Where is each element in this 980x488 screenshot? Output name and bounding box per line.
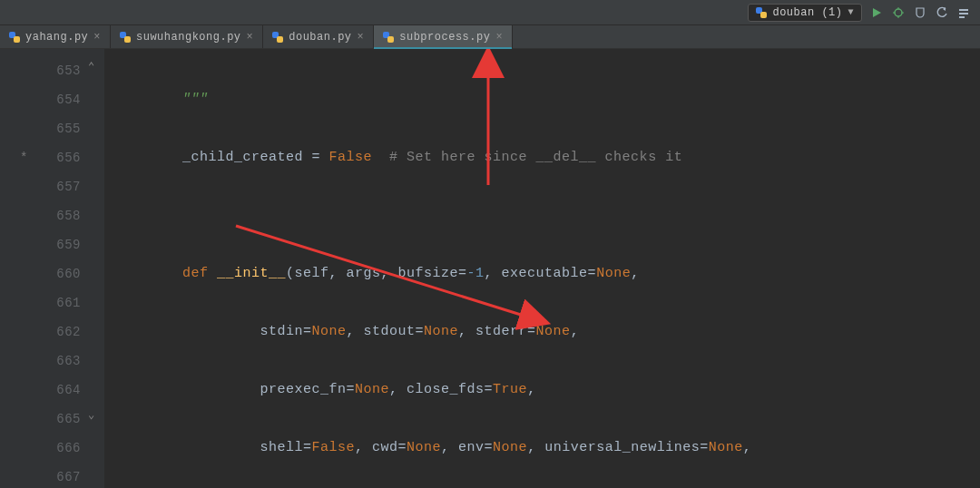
code-area[interactable]: """ _child_created = False # Set here si… bbox=[104, 49, 980, 488]
tab-bar: yahang.py × suwuhangkong.py × douban.py … bbox=[0, 25, 980, 49]
tab-label: douban.py bbox=[289, 31, 351, 44]
svg-rect-8 bbox=[959, 13, 968, 15]
close-icon[interactable]: × bbox=[247, 31, 254, 44]
fold-column: ⌃ ⌄ bbox=[86, 49, 104, 488]
tab-suwuhangkong[interactable]: suwuhangkong.py × bbox=[111, 25, 263, 48]
line-number-gutter: 653 654 655 656 657 658 659 660 661 662 … bbox=[0, 49, 86, 488]
line-number: 666 bbox=[0, 434, 81, 463]
python-icon bbox=[120, 32, 131, 43]
tab-subprocess[interactable]: subprocess.py × bbox=[374, 25, 513, 48]
line-number: 662 bbox=[0, 317, 81, 346]
line-number: 655 bbox=[0, 114, 81, 143]
tab-label: suwuhangkong.py bbox=[136, 31, 241, 44]
coverage-icon[interactable] bbox=[913, 5, 927, 20]
line-number: 653 bbox=[0, 56, 81, 85]
svg-marker-0 bbox=[873, 8, 881, 17]
chevron-down-icon: ▼ bbox=[848, 7, 854, 17]
line-number: 659 bbox=[0, 230, 81, 259]
tab-douban[interactable]: douban.py × bbox=[263, 25, 374, 48]
svg-rect-9 bbox=[959, 16, 965, 18]
line-number: 658 bbox=[0, 201, 81, 230]
line-number: 661 bbox=[0, 288, 81, 317]
close-icon[interactable]: × bbox=[93, 31, 101, 44]
more-icon[interactable] bbox=[956, 5, 971, 20]
fold-arrow-icon[interactable]: ⌃ bbox=[88, 60, 95, 73]
line-number: 667 bbox=[0, 463, 81, 488]
debug-icon[interactable] bbox=[891, 5, 906, 20]
run-config-selector[interactable]: douban (1) ▼ bbox=[748, 4, 862, 22]
close-icon[interactable]: × bbox=[495, 31, 503, 44]
svg-point-1 bbox=[895, 9, 902, 16]
svg-rect-7 bbox=[959, 9, 968, 11]
editor: 653 654 655 656 657 658 659 660 661 662 … bbox=[0, 49, 980, 488]
python-icon bbox=[756, 7, 767, 18]
line-number: 663 bbox=[0, 346, 81, 376]
tab-label: yahang.py bbox=[25, 31, 88, 44]
close-icon[interactable]: × bbox=[358, 31, 365, 44]
tab-label: subprocess.py bbox=[399, 31, 490, 44]
line-number: 665 bbox=[0, 405, 81, 434]
top-toolbar: douban (1) ▼ bbox=[0, 0, 980, 25]
line-number: 664 bbox=[0, 376, 81, 405]
python-icon bbox=[9, 32, 20, 43]
reload-icon[interactable] bbox=[935, 5, 949, 20]
run-config-label: douban (1) bbox=[772, 6, 842, 19]
python-icon bbox=[272, 32, 283, 43]
fold-arrow-icon[interactable]: ⌄ bbox=[88, 408, 95, 422]
run-icon[interactable] bbox=[869, 5, 884, 20]
tab-yahang[interactable]: yahang.py × bbox=[0, 25, 111, 48]
line-number: 656 bbox=[0, 143, 81, 172]
python-icon bbox=[383, 32, 394, 43]
line-number: 660 bbox=[0, 259, 81, 288]
line-number: 654 bbox=[0, 85, 81, 114]
line-number: 657 bbox=[0, 172, 81, 201]
